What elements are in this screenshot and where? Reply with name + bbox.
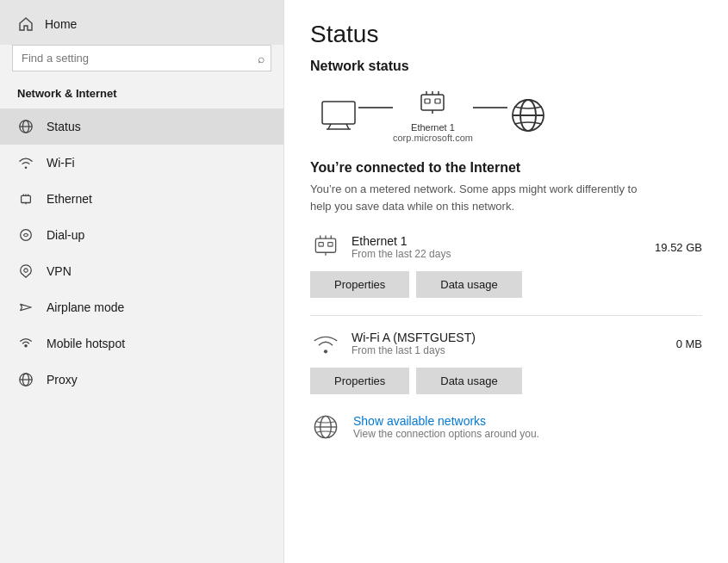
sidebar-home-button[interactable]: Home [0, 0, 283, 45]
show-networks-button[interactable]: Show available networks View the connect… [310, 411, 702, 442]
sidebar-item-label-hotspot: Mobile hotspot [47, 337, 125, 350]
wifi1-properties-button[interactable]: Properties [310, 368, 409, 394]
wifi1-usage: 0 MB [676, 337, 702, 350]
status-icon [17, 118, 34, 135]
wifi1-card: Wi-Fi A (MSFTGUEST) From the last 1 days… [310, 328, 702, 394]
ethernet1-header: Ethernet 1 From the last 22 days 19.52 G… [310, 232, 702, 263]
wifi-icon [17, 154, 34, 171]
show-networks-icon [310, 411, 341, 442]
metered-text: You’re on a metered network. Some apps m… [310, 181, 638, 214]
svg-line-16 [346, 124, 349, 129]
ethernet1-usage: 19.52 GB [655, 241, 702, 254]
airplane-icon [17, 299, 34, 316]
sidebar-item-vpn[interactable]: VPN [0, 253, 283, 289]
search-icon: ⌕ [258, 52, 264, 65]
sidebar-item-wifi[interactable]: Wi-Fi [0, 145, 283, 181]
diagram-computer [319, 99, 358, 132]
ethernet1-buttons: Properties Data usage [310, 271, 702, 298]
sidebar-item-label-vpn: VPN [47, 264, 72, 278]
network-status-title: Network status [310, 59, 702, 74]
sidebar-item-label-ethernet: Ethernet [47, 192, 92, 206]
wifi1-info: Wi-Fi A (MSFTGUEST) From the last 1 days [310, 328, 476, 359]
svg-line-15 [328, 124, 331, 129]
ethernet1-properties-button[interactable]: Properties [310, 271, 409, 298]
page-title: Status [310, 21, 702, 48]
wifi1-icon [310, 328, 341, 359]
search-container: ⌕ [12, 45, 271, 71]
sidebar-section-title: Network & Internet [0, 82, 283, 108]
sidebar-nav-list: Status Wi-Fi [0, 108, 283, 398]
sidebar-item-label-wifi: Wi-Fi [47, 156, 75, 170]
connected-text: You’re connected to the Internet [310, 160, 702, 176]
sidebar-item-label-airplane: Airplane mode [47, 300, 124, 314]
wifi1-text: Wi-Fi A (MSFTGUEST) From the last 1 days [352, 331, 476, 356]
wifi1-data-usage-button[interactable]: Data usage [416, 368, 522, 394]
ethernet1-data-usage-button[interactable]: Data usage [416, 271, 522, 298]
sidebar: Home ⌕ Network & Internet Status [0, 0, 284, 563]
ethernet1-name: Ethernet 1 [352, 234, 451, 248]
wifi1-name: Wi-Fi A (MSFTGUEST) [352, 331, 476, 344]
sidebar-item-label-dialup: Dial-up [47, 228, 84, 242]
sidebar-item-label-proxy: Proxy [47, 373, 78, 387]
wifi1-sub: From the last 1 days [352, 344, 476, 356]
ethernet1-text: Ethernet 1 From the last 22 days [352, 234, 451, 260]
ethernet1-info: Ethernet 1 From the last 22 days [310, 232, 451, 263]
vpn-icon [17, 263, 34, 280]
svg-rect-23 [425, 99, 430, 103]
diagram-line-1 [358, 107, 393, 108]
show-networks-text: Show available networks View the connect… [353, 414, 539, 440]
svg-point-9 [24, 269, 28, 273]
svg-rect-34 [328, 243, 333, 246]
svg-rect-24 [435, 99, 440, 103]
svg-rect-14 [322, 102, 355, 124]
hotspot-icon [17, 335, 34, 352]
sidebar-item-label-status: Status [47, 120, 81, 133]
sidebar-item-proxy[interactable]: Proxy [0, 362, 283, 398]
sidebar-item-airplane[interactable]: Airplane mode [0, 289, 283, 325]
svg-rect-33 [319, 243, 323, 246]
home-icon [17, 15, 34, 33]
search-input[interactable] [12, 45, 271, 71]
diagram-ethernet: Ethernet 1 corp.microsoft.com [393, 88, 473, 143]
svg-point-8 [21, 230, 32, 241]
home-label: Home [45, 17, 77, 31]
diagram-ethernet-label: Ethernet 1 [411, 122, 455, 133]
sidebar-item-ethernet[interactable]: Ethernet [0, 181, 283, 217]
main-content: Status Network status Ethern [284, 0, 728, 563]
svg-point-10 [24, 344, 28, 348]
svg-point-35 [324, 350, 327, 353]
network-diagram: Ethernet 1 corp.microsoft.com [310, 88, 702, 143]
diagram-globe [507, 95, 549, 136]
diagram-domain-label: corp.microsoft.com [393, 133, 473, 143]
diagram-line-2 [473, 107, 507, 108]
dialup-icon [17, 226, 34, 244]
ethernet1-sub: From the last 22 days [352, 248, 451, 260]
sidebar-item-status[interactable]: Status [0, 108, 283, 145]
show-networks-sub: View the connection options around you. [353, 428, 539, 440]
sidebar-item-hotspot[interactable]: Mobile hotspot [0, 325, 283, 362]
show-networks-title: Show available networks [353, 414, 539, 428]
ethernet-icon [17, 190, 34, 207]
wifi1-header: Wi-Fi A (MSFTGUEST) From the last 1 days… [310, 328, 702, 359]
wifi1-buttons: Properties Data usage [310, 368, 702, 394]
ethernet1-icon [310, 232, 341, 263]
sidebar-item-dialup[interactable]: Dial-up [0, 217, 283, 253]
divider [310, 315, 702, 316]
proxy-icon [17, 371, 34, 388]
svg-rect-3 [22, 195, 31, 202]
ethernet1-card: Ethernet 1 From the last 22 days 19.52 G… [310, 232, 702, 298]
